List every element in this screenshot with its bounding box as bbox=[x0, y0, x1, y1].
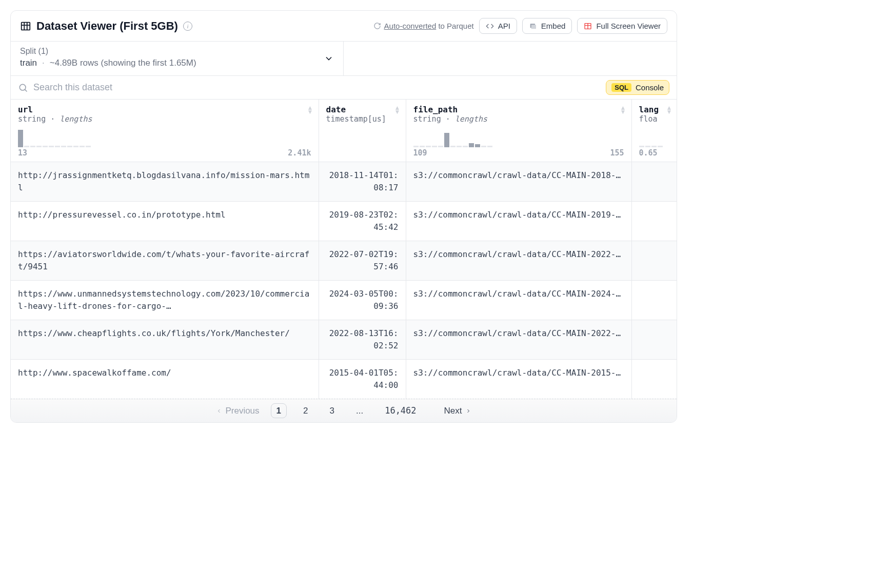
split-selector[interactable]: Split (1) train · ~4.89B rows (showing t… bbox=[11, 42, 344, 75]
search-icon bbox=[18, 83, 28, 93]
cell-url: http://www.spacewalkoffame.com/ bbox=[11, 360, 319, 399]
code-icon bbox=[486, 22, 494, 30]
cell-url: https://www.cheapflights.co.uk/flights/Y… bbox=[11, 320, 319, 360]
split-empty bbox=[344, 42, 677, 75]
cell-lang bbox=[631, 162, 677, 202]
cell-lang bbox=[631, 281, 677, 320]
table-row[interactable]: https://www.unmannedsystemstechnology.co… bbox=[11, 281, 677, 320]
next-button[interactable]: Next bbox=[444, 406, 471, 416]
table-row[interactable]: https://www.cheapflights.co.uk/flights/Y… bbox=[11, 320, 677, 360]
cell-file-path: s3://commoncrawl/crawl-data/CC-MAIN-2015… bbox=[406, 360, 631, 399]
pagination: Previous 123...16,462 Next bbox=[11, 399, 677, 422]
split-selector-row: Split (1) train · ~4.89B rows (showing t… bbox=[11, 41, 677, 75]
chevron-left-icon bbox=[216, 408, 222, 414]
sort-icon[interactable]: ▲▼ bbox=[620, 106, 626, 114]
cell-date: 2024-03-05T00:09:36 bbox=[319, 281, 406, 320]
previous-button[interactable]: Previous bbox=[216, 406, 259, 416]
sort-icon[interactable]: ▲▼ bbox=[394, 106, 401, 114]
svg-line-10 bbox=[25, 89, 27, 91]
data-table: url string · lengths ▲▼ 132.41kdate time… bbox=[11, 99, 677, 399]
cell-url: http://pressurevessel.co.in/prototype.ht… bbox=[11, 202, 319, 241]
chevron-right-icon bbox=[465, 408, 471, 414]
split-name: train bbox=[20, 58, 37, 68]
cell-file-path: s3://commoncrawl/crawl-data/CC-MAIN-2019… bbox=[406, 202, 631, 241]
cell-date: 2022-07-02T19:57:46 bbox=[319, 241, 406, 281]
cell-lang bbox=[631, 360, 677, 399]
cell-file-path: s3://commoncrawl/crawl-data/CC-MAIN-2024… bbox=[406, 281, 631, 320]
search-input[interactable] bbox=[33, 82, 601, 93]
cell-date: 2022-08-13T16:02:52 bbox=[319, 320, 406, 360]
fullscreen-viewer-button[interactable]: Full Screen Viewer bbox=[577, 18, 667, 34]
page-1[interactable]: 1 bbox=[271, 403, 287, 418]
cell-file-path: s3://commoncrawl/crawl-data/CC-MAIN-2022… bbox=[406, 241, 631, 281]
page-16,462[interactable]: 16,462 bbox=[380, 403, 421, 418]
grid-icon bbox=[584, 22, 592, 30]
column-header-url[interactable]: url string · lengths ▲▼ 132.41k bbox=[11, 100, 319, 162]
cell-lang bbox=[631, 202, 677, 241]
histogram bbox=[413, 128, 624, 147]
table-row[interactable]: https://aviatorsworldwide.com/t/whats-yo… bbox=[11, 241, 677, 281]
histogram bbox=[18, 128, 311, 147]
cell-file-path: s3://commoncrawl/crawl-data/CC-MAIN-2022… bbox=[406, 320, 631, 360]
cell-url: https://www.unmannedsystemstechnology.co… bbox=[11, 281, 319, 320]
page-3[interactable]: 3 bbox=[325, 404, 340, 418]
info-icon[interactable]: i bbox=[183, 22, 192, 31]
cell-date: 2015-04-01T05:44:00 bbox=[319, 360, 406, 399]
cell-url: http://jrassignmentketq.blogdasilvana.in… bbox=[11, 162, 319, 202]
split-row-count: ~4.89B rows (showing the first 1.65M) bbox=[50, 58, 196, 68]
cell-date: 2019-08-23T02:45:42 bbox=[319, 202, 406, 241]
svg-rect-0 bbox=[22, 22, 30, 30]
cell-lang bbox=[631, 320, 677, 360]
histogram bbox=[639, 128, 670, 147]
split-label: Split (1) bbox=[20, 47, 334, 56]
sort-icon[interactable]: ▲▼ bbox=[666, 106, 672, 114]
page-ellipsis: ... bbox=[351, 404, 368, 418]
column-header-lang[interactable]: lang floa ▲▼ 0.65 bbox=[631, 100, 677, 162]
page-2[interactable]: 2 bbox=[298, 404, 313, 418]
header: Dataset Viewer (First 5GB) i Auto-conver… bbox=[11, 11, 677, 41]
table-row[interactable]: http://www.spacewalkoffame.com/ 2015-04-… bbox=[11, 360, 677, 399]
page-title: Dataset Viewer (First 5GB) bbox=[36, 19, 178, 33]
column-header-date[interactable]: date timestamp[us] ▲▼ bbox=[319, 100, 406, 162]
column-header-file_path[interactable]: file_path string · lengths ▲▼ 109155 bbox=[406, 100, 631, 162]
table-row[interactable]: http://pressurevessel.co.in/prototype.ht… bbox=[11, 202, 677, 241]
chevron-down-icon bbox=[324, 53, 334, 64]
autoconvert-link[interactable]: Auto-converted to Parquet bbox=[373, 22, 474, 30]
svg-point-9 bbox=[19, 84, 26, 90]
cell-url: https://aviatorsworldwide.com/t/whats-yo… bbox=[11, 241, 319, 281]
search-bar: SQL Console bbox=[11, 75, 677, 99]
window-icon bbox=[529, 22, 537, 30]
cell-date: 2018-11-14T01:08:17 bbox=[319, 162, 406, 202]
cell-file-path: s3://commoncrawl/crawl-data/CC-MAIN-2018… bbox=[406, 162, 631, 202]
table-grid-icon bbox=[20, 21, 31, 32]
sort-icon[interactable]: ▲▼ bbox=[307, 106, 313, 114]
dataset-viewer-panel: Dataset Viewer (First 5GB) i Auto-conver… bbox=[10, 10, 677, 423]
api-button[interactable]: API bbox=[479, 18, 517, 34]
svg-rect-5 bbox=[531, 25, 536, 29]
refresh-icon bbox=[373, 22, 381, 30]
sql-console-button[interactable]: SQL Console bbox=[606, 80, 669, 95]
table-row[interactable]: http://jrassignmentketq.blogdasilvana.in… bbox=[11, 162, 677, 202]
embed-button[interactable]: Embed bbox=[522, 18, 572, 34]
cell-lang bbox=[631, 241, 677, 281]
